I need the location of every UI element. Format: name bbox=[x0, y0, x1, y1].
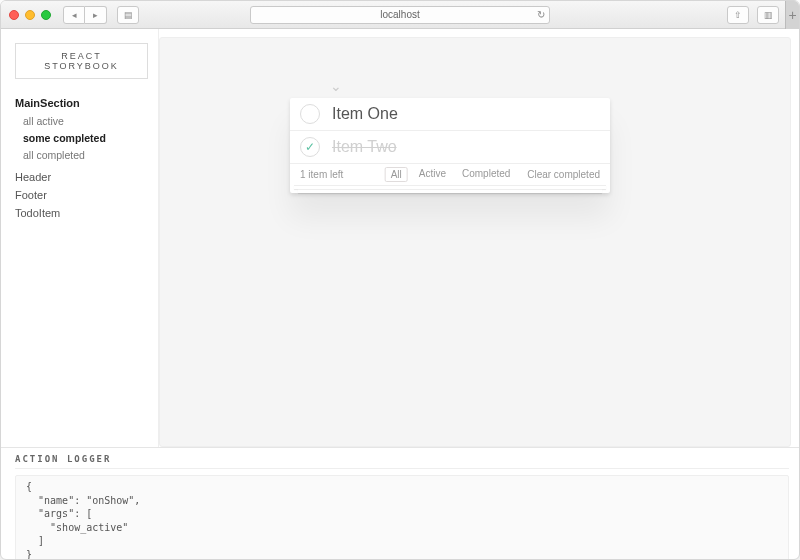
filter-active[interactable]: Active bbox=[414, 167, 451, 182]
reload-icon[interactable]: ↻ bbox=[537, 9, 545, 20]
component-footer[interactable]: Footer bbox=[15, 189, 148, 201]
close-window-button[interactable] bbox=[9, 10, 19, 20]
filter-all[interactable]: All bbox=[385, 167, 408, 182]
todo-label: Item Two bbox=[332, 138, 397, 156]
story-all-completed[interactable]: all completed bbox=[23, 149, 148, 161]
stories-list: all active some completed all completed bbox=[23, 115, 148, 161]
sidebar: REACT STORYBOOK MainSection all active s… bbox=[1, 29, 159, 447]
titlebar: ◂ ▸ ▤ localhost ↻ ⇧ ▥ + bbox=[1, 1, 799, 29]
stack-shadow bbox=[298, 189, 602, 193]
logo: REACT STORYBOOK bbox=[15, 43, 148, 79]
todo-row[interactable]: ✓ Item Two bbox=[290, 131, 610, 164]
todo-label: Item One bbox=[332, 105, 398, 123]
sidebar-toggle-button[interactable]: ▤ bbox=[117, 6, 139, 24]
clear-completed[interactable]: Clear completed bbox=[527, 169, 600, 180]
filter-group: All Active Completed bbox=[385, 167, 516, 182]
component-mainsection[interactable]: MainSection bbox=[15, 97, 148, 109]
action-logger: ACTION LOGGER { "name": "onShow", "args"… bbox=[1, 447, 799, 559]
items-left: 1 item left bbox=[300, 169, 343, 180]
new-tab-button[interactable]: + bbox=[785, 1, 799, 29]
top-pane: REACT STORYBOOK MainSection all active s… bbox=[1, 29, 799, 447]
minimize-window-button[interactable] bbox=[25, 10, 35, 20]
logger-title: ACTION LOGGER bbox=[15, 454, 789, 469]
traffic-lights bbox=[9, 10, 51, 20]
nav-buttons: ◂ ▸ bbox=[63, 6, 107, 24]
todo-widget: Item One ✓ Item Two 1 item left All Acti… bbox=[290, 98, 610, 193]
tabs-button[interactable]: ▥ bbox=[757, 6, 779, 24]
zoom-window-button[interactable] bbox=[41, 10, 51, 20]
url-text: localhost bbox=[380, 9, 419, 20]
component-todoitem[interactable]: TodoItem bbox=[15, 207, 148, 219]
todo-checkbox[interactable] bbox=[300, 104, 320, 124]
todo-checkbox[interactable]: ✓ bbox=[300, 137, 320, 157]
url-bar[interactable]: localhost ↻ bbox=[250, 6, 550, 24]
app: REACT STORYBOOK MainSection all active s… bbox=[1, 29, 799, 559]
forward-button[interactable]: ▸ bbox=[85, 6, 107, 24]
story-all-active[interactable]: all active bbox=[23, 115, 148, 127]
todo-footer: 1 item left All Active Completed Clear c… bbox=[290, 164, 610, 185]
browser-window: ◂ ▸ ▤ localhost ↻ ⇧ ▥ + REACT STORYBOOK … bbox=[0, 0, 800, 560]
chevron-down-icon[interactable]: ⌄ bbox=[330, 78, 342, 94]
preview-pane: ⌄ Item One ✓ Item Two 1 item left All bbox=[159, 37, 791, 447]
back-button[interactable]: ◂ bbox=[63, 6, 85, 24]
component-header[interactable]: Header bbox=[15, 171, 148, 183]
filter-completed[interactable]: Completed bbox=[457, 167, 515, 182]
share-button[interactable]: ⇧ bbox=[727, 6, 749, 24]
story-some-completed[interactable]: some completed bbox=[23, 132, 148, 144]
todo-row[interactable]: Item One bbox=[290, 98, 610, 131]
logger-body: { "name": "onShow", "args": [ "show_acti… bbox=[15, 475, 789, 560]
